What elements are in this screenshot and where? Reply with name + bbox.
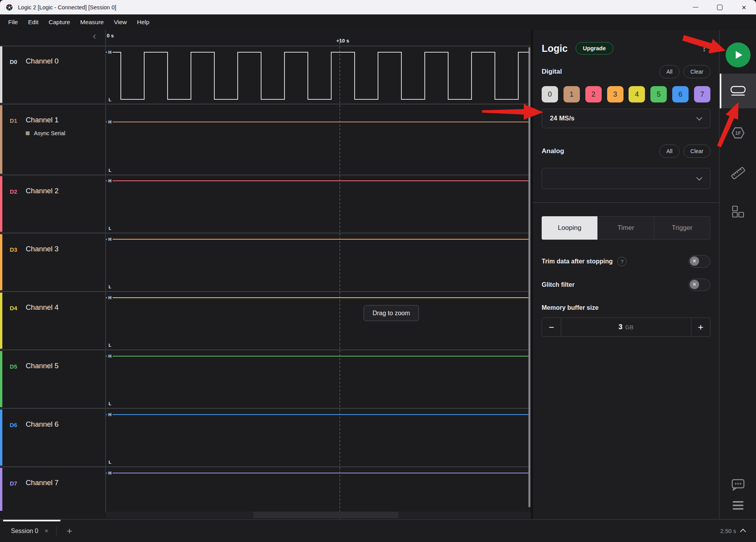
sidebar-item-feedback[interactable] — [731, 478, 745, 491]
horizontal-scrollbar-thumb[interactable] — [253, 512, 398, 518]
menu-capture[interactable]: Capture — [44, 14, 75, 30]
digital-chip-0[interactable]: 0 — [542, 86, 558, 102]
digital-chip-1[interactable]: 1 — [563, 86, 580, 102]
collapse-panel-icon[interactable]: ‹ — [93, 31, 96, 41]
layout-grid-icon — [731, 205, 745, 218]
analyzer-name: Async Serial — [34, 130, 65, 136]
digital-chip-6[interactable]: 6 — [672, 86, 689, 102]
sidebar-item-analyzers[interactable]: 1F — [731, 126, 745, 139]
channel-row-0: D0 Channel 0 H L — [0, 46, 531, 104]
analyzer-bullet-icon — [26, 131, 30, 135]
channel-name[interactable]: Channel 0 — [26, 57, 58, 65]
memory-buffer-label: Memory buffer size — [542, 304, 710, 311]
upgrade-button[interactable]: Upgrade — [576, 42, 613, 55]
channel-id: D3 — [10, 246, 17, 253]
horizontal-scrollbar[interactable] — [106, 512, 531, 518]
menu-edit[interactable]: Edit — [23, 14, 44, 30]
menu-help[interactable]: Help — [132, 14, 155, 30]
sidebar-item-device[interactable] — [720, 74, 756, 108]
digital-section-label: Digital — [542, 68, 562, 76]
tab-divider — [56, 526, 57, 537]
waveform-high-line — [106, 356, 529, 357]
menu-file[interactable]: File — [3, 14, 23, 30]
tab-timer[interactable]: Timer — [597, 216, 654, 240]
menu-measure[interactable]: Measure — [75, 14, 109, 30]
analog-sample-rate-select[interactable] — [542, 168, 710, 189]
square-wave — [106, 46, 529, 104]
waveform-high-line — [106, 239, 529, 240]
drag-to-zoom-label: Drag to zoom — [373, 310, 410, 317]
sidebar-item-layouts[interactable] — [731, 205, 745, 218]
digital-all-button[interactable]: All — [659, 65, 680, 78]
minimize-button[interactable] — [684, 0, 708, 14]
capture-duration[interactable]: 2.50 s — [720, 528, 744, 534]
analyzer-item[interactable]: Async Serial — [26, 130, 65, 136]
memory-value-field[interactable]: 3 GB — [561, 318, 691, 336]
digital-chip-4[interactable]: 4 — [629, 86, 645, 102]
digital-sample-rate-value: 24 MS/s — [550, 115, 574, 122]
channel-name[interactable]: Channel 5 — [26, 362, 58, 370]
hamburger-icon — [733, 505, 744, 506]
memory-buffer-stepper: − 3 GB + — [542, 318, 710, 337]
channel-name[interactable]: Channel 4 — [26, 303, 58, 312]
memory-value: 3 — [618, 323, 622, 331]
channel-name[interactable]: Channel 3 — [26, 245, 58, 253]
digital-chip-5[interactable]: 5 — [650, 86, 667, 102]
low-marker: L — [107, 343, 113, 348]
channel-id: D4 — [10, 305, 17, 311]
channel-row-7: D7 Channel 7 H — [0, 467, 531, 512]
active-session-indicator — [3, 520, 60, 521]
analog-section-label: Analog — [542, 147, 564, 155]
chat-bubble-icon — [731, 478, 745, 491]
trim-data-toggle[interactable]: × — [689, 255, 710, 268]
kebab-menu-icon[interactable]: ⋮ — [700, 44, 708, 53]
channel-row-5: D5 Channel 5 H L — [0, 350, 531, 409]
waveform-high-line — [106, 122, 529, 122]
digital-clear-button[interactable]: Clear — [684, 65, 710, 78]
add-session-button[interactable]: + — [64, 526, 74, 536]
maximize-button[interactable] — [708, 0, 732, 14]
vertical-scrollbar-thumb[interactable] — [528, 47, 530, 507]
low-marker: L — [107, 226, 113, 231]
start-capture-button[interactable] — [726, 42, 751, 67]
memory-decrease-button[interactable]: − — [542, 318, 561, 336]
digital-sample-rate-select[interactable]: 24 MS/s — [542, 109, 710, 128]
session-close-icon[interactable]: × — [44, 527, 48, 535]
close-button[interactable]: × — [732, 0, 756, 14]
high-marker: H — [107, 119, 113, 125]
digital-channel-chips: 0 1 2 3 4 5 6 7 — [542, 86, 710, 102]
sidebar-item-measurements[interactable] — [730, 165, 746, 181]
help-icon[interactable]: ? — [617, 257, 627, 266]
channel-name[interactable]: Channel 7 — [26, 478, 58, 487]
hex-1f-icon: 1F — [731, 126, 745, 139]
channel-name[interactable]: Channel 2 — [26, 187, 58, 195]
menu-bar: File Edit Capture Measure View Help — [0, 14, 756, 30]
digital-chip-7[interactable]: 7 — [694, 86, 710, 102]
time-ruler[interactable]: ‹ 0 s +10 s — [0, 30, 531, 46]
channel-color-bar — [0, 105, 2, 174]
memory-unit: GB — [625, 324, 634, 330]
menu-view[interactable]: View — [109, 14, 132, 30]
low-marker: L — [107, 459, 113, 465]
memory-increase-button[interactable]: + — [691, 318, 710, 336]
analog-clear-button[interactable]: Clear — [684, 145, 710, 158]
channel-name[interactable]: Channel 1 — [26, 116, 58, 124]
channel-id: D0 — [10, 58, 17, 65]
trim-data-label: Trim data after stopping — [542, 258, 613, 265]
low-marker: L — [107, 284, 113, 290]
time-label-zero: 0 s — [107, 33, 114, 39]
session-tab[interactable]: Session 0 × — [11, 527, 48, 535]
status-bar: Session 0 × + 2.50 s — [0, 519, 756, 542]
section-divider — [533, 202, 719, 203]
panel-title: Logic — [542, 43, 568, 54]
analog-all-button[interactable]: All — [659, 145, 680, 158]
sidebar-item-menu[interactable] — [733, 501, 744, 510]
low-marker: L — [107, 168, 113, 173]
digital-chip-3[interactable]: 3 — [607, 86, 624, 102]
tab-trigger[interactable]: Trigger — [654, 216, 710, 240]
digital-chip-2[interactable]: 2 — [585, 86, 602, 102]
glitch-filter-toggle[interactable]: × — [689, 279, 710, 291]
tab-looping[interactable]: Looping — [542, 216, 597, 240]
high-marker: H — [107, 412, 113, 418]
channel-name[interactable]: Channel 6 — [26, 420, 58, 429]
